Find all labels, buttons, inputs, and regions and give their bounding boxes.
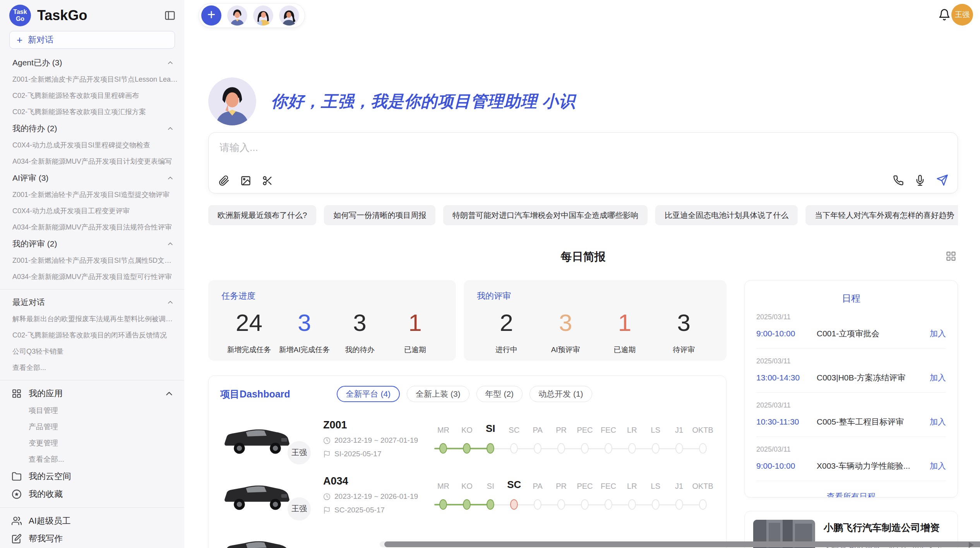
conversation-item[interactable]: C0X4-动力总成开发项目SI里程碑提交物检查 xyxy=(0,137,184,153)
milestone-dot xyxy=(439,443,447,454)
schedule-date: 2025/03/11 xyxy=(756,313,946,321)
conversation-item-label: 公司Q3轻卡销量 xyxy=(12,347,63,356)
project-image xyxy=(220,531,294,548)
conversation-item[interactable]: A034-全新新能源MUV产品开发项目计划变更表编写 xyxy=(0,153,184,170)
conversation-item[interactable]: Z001-全新燃油皮卡产品开发项目SI节点Lesson Learn报告 xyxy=(0,71,184,87)
send-icon[interactable] xyxy=(936,174,948,186)
view-all-link[interactable]: 查看全部... xyxy=(0,451,184,468)
schedule-row: 13:00-14:30C003|H0B-方案冻结评审加入 xyxy=(756,372,946,383)
project-row[interactable]: 王强A0342023-12-19 ~ 2026-01-19SC-2025-05-… xyxy=(220,475,714,514)
sidebar-header: Task Go TaskGo xyxy=(0,0,184,31)
owner-avatar: 王强 xyxy=(286,496,312,522)
sidebar-row-label: 我的收藏 xyxy=(29,488,63,500)
add-assistant-button[interactable]: + xyxy=(201,5,221,26)
milestone-dot-cell xyxy=(526,499,550,510)
stats-card: 任务进度24新增完成任务3新增AI完成任务3我的待办1已逾期 xyxy=(208,280,456,361)
join-button[interactable]: 加入 xyxy=(930,328,946,339)
milestone-dot-cell xyxy=(502,499,526,510)
join-button[interactable]: 加入 xyxy=(930,461,946,471)
conversation-item[interactable]: A034-全新新能源MUV产品开发项目造型可行性评审 xyxy=(0,269,184,285)
stat-value: 3 xyxy=(536,309,595,336)
sidebar-tool[interactable]: 帮我写作 xyxy=(0,530,184,548)
horizontal-scrollbar-track[interactable] xyxy=(380,541,963,547)
attachment-icon[interactable] xyxy=(219,175,230,186)
schedule-time: 10:30-11:30 xyxy=(756,417,814,426)
stat-label: 新增AI完成任务 xyxy=(277,345,332,355)
join-button[interactable]: 加入 xyxy=(930,372,946,383)
sidebar-tool[interactable]: AI超级员工 xyxy=(0,512,184,530)
conversation-item[interactable]: C02-飞腾新能源轻客改款项目里程碑画布 xyxy=(0,87,184,104)
conversation-item[interactable]: C02-飞腾新能源轻客改款项目的闭环通告反馈情况 xyxy=(0,327,184,343)
conversation-item[interactable]: Z001-全新燃油轻卡产品开发项目SI节点属性5D文件评审 xyxy=(0,252,184,269)
sidebar-shortcut[interactable]: 我的云空间 xyxy=(0,468,184,485)
conversation-item[interactable]: Z001-全新燃油轻卡产品开发项目SI造型提交物评审 xyxy=(0,187,184,203)
conversation-item-label: C0X4-动力总成开发项目SI里程碑提交物检查 xyxy=(12,140,150,150)
suggestion-chip[interactable]: 欧洲新规最近颁布了什么? xyxy=(208,205,316,225)
milestone-label: MR xyxy=(432,426,455,435)
sidebar-section-header[interactable]: AI评审 (3) xyxy=(0,170,184,187)
chevron-up-icon xyxy=(166,174,174,182)
stat-label: 我的待办 xyxy=(332,345,387,355)
new-chat-button[interactable]: + 新对话 xyxy=(9,31,175,49)
milestone-dot xyxy=(557,443,565,454)
assistant-avatar-2[interactable] xyxy=(253,5,273,26)
milestone-label: FEC xyxy=(596,426,620,435)
conversation-item[interactable]: C02-飞腾新能源轻客改款项目立项汇报方案 xyxy=(0,104,184,120)
suggestion-chip[interactable]: 当下年轻人对汽车外观有怎样的喜好趋势 xyxy=(805,205,958,225)
dashboard-tab[interactable]: 全新平台 (4) xyxy=(337,386,400,402)
suggestion-chip[interactable]: 特朗普可能对进口汽车增税会对中国车企造成哪些影响 xyxy=(443,205,648,225)
dashboard-tab[interactable]: 年型 (2) xyxy=(476,386,523,402)
microphone-icon[interactable] xyxy=(915,175,925,186)
user-avatar[interactable]: 王强 xyxy=(951,4,973,26)
project-row[interactable]: 王强Z0012023-12-19 ~ 2027-01-19SI-2025-05-… xyxy=(220,419,714,458)
milestone-dot xyxy=(510,499,518,510)
sidebar-section-header[interactable]: 我的评审 (2) xyxy=(0,235,184,252)
view-all-schedule-link[interactable]: 查看所有日程 xyxy=(756,491,946,498)
chevron-up-icon xyxy=(164,389,174,399)
owner-avatar: 王强 xyxy=(286,440,312,466)
notification-bell-icon[interactable] xyxy=(938,9,951,21)
stat-label: 进行中 xyxy=(477,345,536,355)
join-button[interactable]: 加入 xyxy=(930,416,946,427)
conversation-item[interactable]: C0X4-动力总成开发项目工程变更评审 xyxy=(0,203,184,219)
my-apps-row[interactable]: 我的应用 xyxy=(0,385,184,402)
screenshot-icon[interactable] xyxy=(262,175,273,186)
suggestion-chip[interactable]: 如何写一份清晰的项目周报 xyxy=(324,205,435,225)
milestone-dot xyxy=(487,499,494,510)
phone-icon[interactable] xyxy=(893,175,904,186)
sidebar-shortcut[interactable]: 我的收藏 xyxy=(0,485,184,503)
dashboard-tab[interactable]: 全新上装 (3) xyxy=(407,386,469,402)
schedule-name: C001-立项审批会 xyxy=(817,328,927,339)
view-all-link[interactable]: 查看全部... xyxy=(0,360,184,376)
scroll-right-arrow-icon[interactable] xyxy=(969,542,974,548)
conversation-item-label: C0X4-动力总成开发项目工程变更评审 xyxy=(12,206,130,216)
chat-input[interactable] xyxy=(219,141,947,154)
milestone-dot xyxy=(699,443,707,454)
chevron-up-icon xyxy=(166,240,174,248)
app-title: TaskGo xyxy=(37,7,158,24)
stat: 1已逾期 xyxy=(387,307,443,355)
milestone-label: PEC xyxy=(573,426,597,435)
layout-grid-icon[interactable] xyxy=(946,251,956,262)
suggestion-chip[interactable]: 比亚迪全固态电池计划具体说了什么 xyxy=(655,205,798,225)
milestone-label: LS xyxy=(644,426,667,435)
recent-section-header[interactable]: 最近对话 xyxy=(0,294,184,311)
milestone-label: KO xyxy=(455,426,479,435)
app-item[interactable]: 项目管理 xyxy=(0,402,184,419)
image-upload-icon[interactable] xyxy=(240,175,251,186)
milestone-dot-cell xyxy=(667,443,691,454)
sidebar-section-header[interactable]: 我的待办 (2) xyxy=(0,120,184,137)
dashboard-tab[interactable]: 动总开发 (1) xyxy=(529,386,592,402)
conversation-item[interactable]: 公司Q3轻卡销量 xyxy=(0,343,184,360)
schedule-time: 9:00-10:00 xyxy=(756,329,814,338)
sidebar-section-header[interactable]: Agent已办 (3) xyxy=(0,54,184,71)
horizontal-scrollbar-thumb[interactable] xyxy=(384,541,980,547)
stat: 1已逾期 xyxy=(595,307,654,355)
app-item[interactable]: 变更管理 xyxy=(0,435,184,451)
app-item[interactable]: 产品管理 xyxy=(0,419,184,435)
collapse-sidebar-icon[interactable] xyxy=(164,10,176,21)
assistant-avatar-3[interactable] xyxy=(279,5,299,26)
assistant-avatar-1[interactable] xyxy=(227,5,247,26)
conversation-item[interactable]: 解释最新出台的欧盟报废车法规再生塑料比例被调至15%... xyxy=(0,311,184,327)
conversation-item[interactable]: A034-全新新能源MUV产品开发项目法规符合性评审 xyxy=(0,219,184,235)
